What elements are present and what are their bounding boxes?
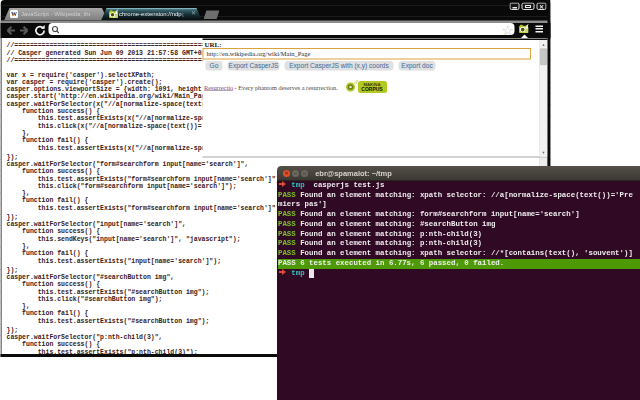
svg-text:CORPUS: CORPUS bbox=[361, 86, 383, 92]
